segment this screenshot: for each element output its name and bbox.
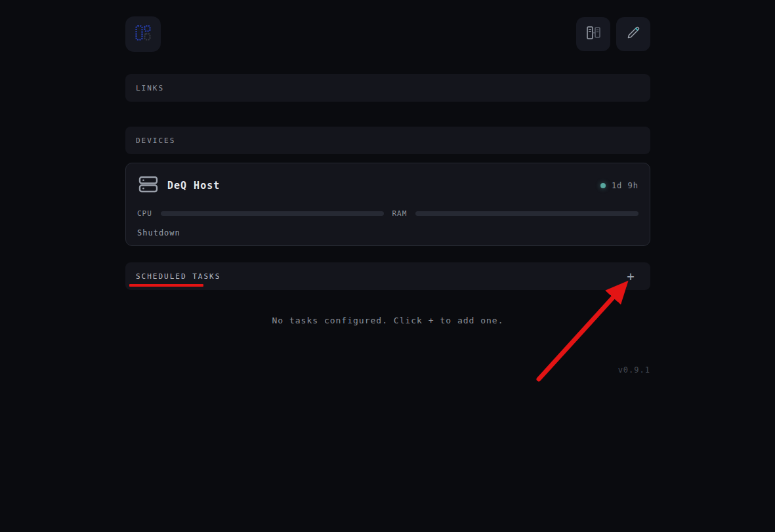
- tasks-empty-message: No tasks configured. Click + to add one.: [125, 316, 650, 325]
- annotation-red-underline: [129, 284, 203, 287]
- device-status: 1d 9h: [600, 181, 639, 190]
- online-status-dot: [600, 183, 606, 188]
- pencil-icon: [624, 24, 642, 45]
- shutdown-button[interactable]: Shutdown: [137, 228, 180, 237]
- device-meters: CPU RAM: [137, 209, 639, 218]
- device-card: DeQ Host 1d 9h CPU RAM Shutdown: [125, 163, 650, 246]
- ram-meter: [415, 211, 639, 216]
- links-section-title: LINKS: [136, 84, 164, 92]
- scheduled-tasks-section-title: SCHEDULED TASKS: [136, 272, 220, 281]
- ram-label: RAM: [392, 209, 408, 218]
- cpu-label: CPU: [137, 209, 152, 218]
- server-icon: [137, 173, 159, 198]
- device-uptime: 1d 9h: [612, 181, 639, 190]
- app-version: v0.9.1: [125, 365, 650, 375]
- device-name: DeQ Host: [167, 180, 220, 192]
- device-card-header: DeQ Host 1d 9h: [137, 173, 639, 198]
- cpu-meter: [161, 211, 384, 216]
- deq-logo-icon: [133, 23, 153, 45]
- links-section-header: LINKS: [125, 74, 650, 102]
- add-task-button[interactable]: +: [621, 267, 640, 285]
- devices-section-header: DEVICES: [125, 127, 650, 154]
- app-logo[interactable]: [125, 16, 161, 52]
- scheduled-tasks-section-header: SCHEDULED TASKS +: [125, 262, 650, 290]
- devices-section-title: DEVICES: [136, 136, 175, 145]
- devices-view-button[interactable]: [576, 17, 610, 51]
- dual-towers-icon: [584, 24, 602, 45]
- dashboard-page: LINKS DEVICES DeQ Host 1d 9h CPU: [0, 0, 775, 532]
- edit-button[interactable]: [616, 17, 650, 51]
